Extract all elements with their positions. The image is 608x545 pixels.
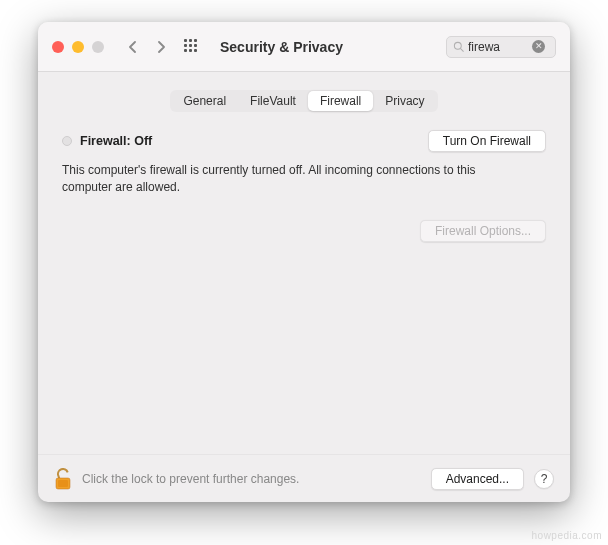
back-button[interactable] — [128, 40, 138, 54]
search-icon — [453, 41, 464, 52]
firewall-options-button: Firewall Options... — [420, 220, 546, 242]
tabs-row: General FileVault Firewall Privacy — [38, 72, 570, 112]
search-input[interactable] — [468, 40, 528, 54]
tab-firewall[interactable]: Firewall — [308, 91, 373, 111]
lock-icon[interactable] — [54, 468, 72, 490]
tab-filevault[interactable]: FileVault — [238, 91, 308, 111]
tab-general[interactable]: General — [171, 91, 238, 111]
titlebar: Security & Privacy ✕ — [38, 22, 570, 72]
svg-line-1 — [461, 49, 464, 52]
zoom-icon[interactable] — [92, 41, 104, 53]
tab-bar: General FileVault Firewall Privacy — [170, 90, 437, 112]
firewall-description: This computer's firewall is currently tu… — [62, 162, 502, 196]
firewall-status: Firewall: Off — [62, 134, 152, 148]
clear-search-icon[interactable]: ✕ — [532, 40, 545, 53]
nav-arrows — [128, 40, 166, 54]
firewall-status-row: Firewall: Off Turn On Firewall — [62, 130, 546, 152]
advanced-button[interactable]: Advanced... — [431, 468, 524, 490]
forward-button[interactable] — [156, 40, 166, 54]
close-icon[interactable] — [52, 41, 64, 53]
help-button[interactable]: ? — [534, 469, 554, 489]
show-all-icon[interactable] — [184, 39, 200, 55]
turn-on-firewall-button[interactable]: Turn On Firewall — [428, 130, 546, 152]
window-controls — [52, 41, 104, 53]
preferences-window: Security & Privacy ✕ General FileVault F… — [38, 22, 570, 502]
footer: Click the lock to prevent further change… — [38, 454, 570, 502]
svg-rect-3 — [58, 480, 68, 487]
status-indicator-icon — [62, 136, 72, 146]
lock-hint-text: Click the lock to prevent further change… — [82, 472, 421, 486]
tab-privacy[interactable]: Privacy — [373, 91, 436, 111]
window-title: Security & Privacy — [220, 39, 343, 55]
content-pane: Firewall: Off Turn On Firewall This comp… — [38, 112, 570, 454]
watermark: howpedia.com — [532, 530, 602, 541]
minimize-icon[interactable] — [72, 41, 84, 53]
search-field[interactable]: ✕ — [446, 36, 556, 58]
firewall-status-label: Firewall: Off — [80, 134, 152, 148]
